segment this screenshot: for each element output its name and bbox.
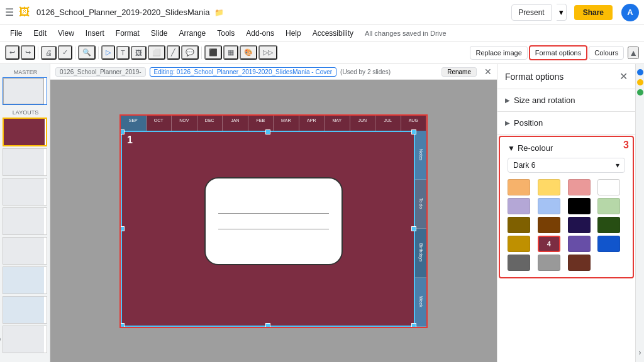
- accent-dot-blue: [637, 69, 643, 75]
- slide-thumb-layout-7[interactable]: 7: [3, 296, 47, 324]
- notebook-line-1: [218, 213, 329, 214]
- text-button[interactable]: T: [116, 46, 130, 60]
- slide-thumb-layout-5[interactable]: 5: [3, 237, 47, 265]
- menubar: File Edit View Insert Format Slide Arran…: [0, 25, 644, 41]
- slide-canvas: SEP OCT NOV DEC JAN FEB MAR APR MAY JUN …: [119, 114, 428, 328]
- swatch-10[interactable]: [568, 217, 591, 233]
- dark6-dropdown[interactable]: Dark 6 ▾: [508, 158, 625, 173]
- recolour-label: Re-colour: [518, 143, 553, 153]
- rename-button[interactable]: Rename: [441, 67, 477, 77]
- slide-thumb-layout-2[interactable]: 2: [3, 148, 47, 176]
- chevron-up-button[interactable]: ▲: [628, 47, 639, 59]
- recolour-section[interactable]: ▼ Re-colour 3 Dark 6 ▾: [499, 136, 634, 278]
- line-button[interactable]: ╱: [167, 45, 180, 60]
- swatch-8[interactable]: [508, 217, 530, 233]
- slide-thumb-layout-1[interactable]: 1: [3, 118, 47, 146]
- swatch-11[interactable]: [597, 217, 620, 233]
- month-may: MAY: [325, 116, 350, 131]
- menu-arrange[interactable]: Arrange: [174, 28, 211, 39]
- slide-thumb-layout-3[interactable]: 3: [3, 178, 47, 206]
- swatch-18[interactable]: [568, 255, 591, 271]
- menu-tools[interactable]: Tools: [212, 28, 240, 39]
- shape-button[interactable]: ⬜: [148, 45, 165, 60]
- swatch-12[interactable]: [508, 236, 530, 252]
- canvas-area[interactable]: SEP OCT NOV DEC JAN FEB MAR APR MAY JUN …: [50, 80, 497, 362]
- present-arrow-button[interactable]: ▾: [557, 4, 567, 21]
- recolour-header[interactable]: ▼ Re-colour: [508, 143, 625, 153]
- close-format-panel-icon[interactable]: ✕: [619, 70, 628, 82]
- swatch-14[interactable]: [568, 236, 591, 252]
- size-rotation-header[interactable]: ▶ Size and rotation: [505, 96, 628, 105]
- image-button[interactable]: 🖼: [131, 46, 147, 60]
- toolbar-divider-3: [98, 47, 99, 59]
- colour-grid: 4: [508, 179, 625, 271]
- menu-edit[interactable]: Edit: [28, 28, 52, 39]
- position-label: Position: [514, 118, 543, 128]
- spellcheck-button[interactable]: ✓: [58, 45, 72, 60]
- slide-thumb-10[interactable]: 10: [3, 326, 47, 353]
- menu-format[interactable]: Format: [111, 28, 145, 39]
- swatch-6[interactable]: [568, 198, 591, 214]
- swatch-9[interactable]: [538, 217, 560, 233]
- toolbar-divider-2: [75, 47, 75, 59]
- format-panel-title: Format options: [505, 72, 564, 82]
- month-oct: OCT: [147, 116, 172, 131]
- handle-bottom-mid[interactable]: [265, 323, 270, 328]
- position-section[interactable]: ▶ Position: [497, 112, 635, 134]
- cursor-button[interactable]: ▷: [101, 45, 115, 60]
- present-button[interactable]: Present: [511, 4, 551, 21]
- folder-icon: 📁: [214, 8, 224, 17]
- swatch-17[interactable]: [538, 255, 560, 271]
- swatch-0[interactable]: [508, 179, 530, 195]
- swatch-4[interactable]: [508, 198, 530, 214]
- format-options-button[interactable]: Format options: [529, 45, 587, 60]
- menu-help[interactable]: Help: [280, 28, 306, 39]
- swatch-15[interactable]: [597, 236, 620, 252]
- share-button[interactable]: Share: [574, 5, 613, 20]
- swatch-16[interactable]: [508, 255, 530, 271]
- transition-button[interactable]: ▷▷: [258, 45, 277, 60]
- menu-view[interactable]: View: [53, 28, 79, 39]
- bg-button[interactable]: ⬛: [204, 45, 222, 60]
- slide-thumb-layout-4[interactable]: 4: [3, 207, 47, 235]
- document-title[interactable]: 0126_School_Planner_2019-2020_SlidesMani…: [36, 8, 209, 17]
- thumb-num-10: 10: [0, 336, 1, 343]
- colours-button[interactable]: Colours: [589, 46, 624, 60]
- side-tabs: Notes To do Birthdays Week: [415, 131, 426, 327]
- editing-chip[interactable]: Editing: 0126_School_Planner_2019-2020_S…: [150, 67, 337, 77]
- layout-button[interactable]: ▦: [223, 45, 238, 60]
- menu-insert[interactable]: Insert: [80, 28, 109, 39]
- slide-thumb-layout-6[interactable]: 6: [3, 266, 47, 294]
- handle-bottom-left[interactable]: [119, 323, 125, 328]
- app-logo: 🖼: [19, 6, 30, 19]
- redo-button[interactable]: ↪: [21, 45, 35, 60]
- menu-accessibility[interactable]: Accessibility: [308, 28, 358, 39]
- swatch-5[interactable]: [538, 198, 560, 214]
- theme-button[interactable]: 🎨: [240, 45, 257, 60]
- swatch-2[interactable]: [568, 179, 591, 195]
- zoom-button[interactable]: 🔍: [78, 45, 96, 60]
- swatch-13-selected[interactable]: 4: [538, 236, 560, 252]
- position-header[interactable]: ▶ Position: [505, 118, 628, 128]
- month-apr: APR: [299, 116, 325, 131]
- accent-dot-green: [637, 89, 643, 96]
- menu-file[interactable]: File: [5, 28, 27, 39]
- month-jun: JUN: [350, 116, 376, 131]
- swatch-7[interactable]: [597, 198, 620, 214]
- replace-image-button[interactable]: Replace image: [470, 46, 527, 60]
- swatch-3[interactable]: [597, 179, 620, 195]
- menu-addons[interactable]: Add-ons: [241, 28, 279, 39]
- notebook-line-2: [218, 229, 329, 229]
- right-panel-expand[interactable]: ›: [639, 348, 641, 357]
- dropdown-arrow: ▾: [616, 161, 619, 170]
- side-tab-birthdays: Birthdays: [415, 229, 426, 278]
- size-rotation-section[interactable]: ▶ Size and rotation: [497, 89, 635, 112]
- close-editing-icon[interactable]: ✕: [484, 67, 492, 77]
- menu-slide[interactable]: Slide: [146, 28, 173, 39]
- undo-button[interactable]: ↩: [5, 45, 19, 60]
- slide-thumb-master[interactable]: 1: [3, 77, 47, 105]
- print-button[interactable]: 🖨: [41, 46, 57, 60]
- handle-mid-left[interactable]: [119, 226, 125, 231]
- swatch-1[interactable]: [538, 179, 560, 195]
- comment-button[interactable]: 💬: [181, 45, 199, 60]
